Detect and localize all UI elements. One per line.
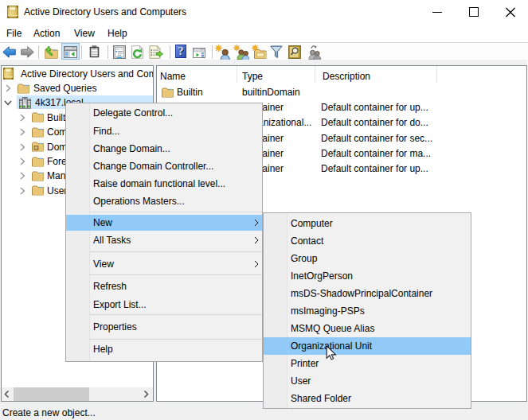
svg-text:?: ? xyxy=(178,45,184,57)
